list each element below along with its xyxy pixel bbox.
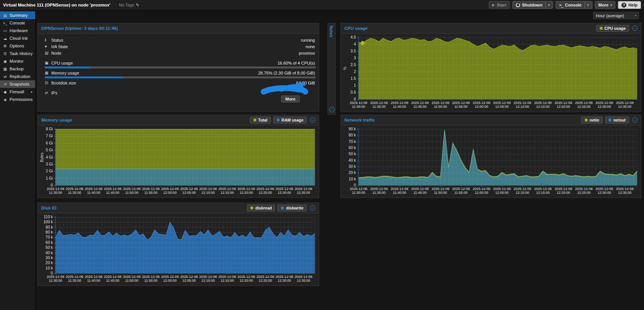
console-dropdown[interactable]: ▾ — [585, 2, 589, 8]
console-button[interactable]: >_ Console ▾ — [556, 1, 592, 9]
svg-text:40 k: 40 k — [46, 251, 53, 255]
svg-text:4: 4 — [354, 42, 356, 46]
sidebar-item-label: Replication — [10, 74, 30, 79]
play-icon: ▶ — [492, 3, 495, 7]
diskio-chart-title: Disk IO — [41, 206, 57, 210]
svg-text:1: 1 — [354, 83, 356, 88]
svg-text:3: 3 — [354, 56, 356, 60]
row-label: Status — [51, 38, 63, 42]
svg-text:70 k: 70 k — [349, 140, 356, 144]
sidebar-item-cloud-init[interactable]: ☁Cloud-Init — [0, 34, 35, 42]
chevron-right-icon: ▸ — [31, 90, 33, 94]
sidebar-item-monitor[interactable]: ◉Monitor — [0, 57, 35, 65]
svg-text:11:55:00: 11:55:00 — [144, 279, 157, 282]
help-button[interactable]: ? Help — [618, 1, 641, 9]
notes-panel-collapsed[interactable]: Notes ‹ — [328, 23, 336, 115]
cpu-usage-progress-bar — [45, 67, 316, 68]
svg-text:11:35:00: 11:35:00 — [68, 279, 81, 282]
sidebar-item-task-history[interactable]: ☰Task History — [0, 50, 35, 57]
svg-text:2025-12-08: 2025-12-08 — [161, 275, 179, 279]
sidebar-item-snapshots[interactable]: ↺Snapshots — [0, 80, 35, 88]
svg-text:11:30:00: 11:30:00 — [352, 105, 365, 109]
sidebar-item-hardware[interactable]: ▭Hardware — [0, 27, 35, 34]
legend-toggle-diskread[interactable]: diskread — [247, 205, 275, 211]
row-value: proxmox — [299, 51, 315, 55]
svg-text:2025-12-08: 2025-12-08 — [616, 101, 634, 105]
legend-toggle-netin[interactable]: netin — [581, 117, 603, 123]
svg-text:12:15:00: 12:15:00 — [536, 191, 549, 195]
svg-text:12:30:00: 12:30:00 — [278, 191, 291, 195]
diskio-chart-header: Disk IOdiskreaddiskwrite− — [38, 203, 319, 213]
sidebar-item-console[interactable]: >_Console — [0, 19, 35, 27]
tags-button[interactable]: No Tags ✎ — [119, 3, 139, 8]
legend-toggle-diskwrite[interactable]: diskwrite — [277, 205, 307, 211]
svg-text:11:40:00: 11:40:00 — [87, 191, 100, 195]
more-status-button[interactable]: More — [281, 96, 300, 102]
legend-toggle-total[interactable]: Total — [250, 117, 271, 123]
svg-text:2025-12-08: 2025-12-08 — [123, 275, 140, 279]
data-point-marker — [361, 41, 364, 45]
edit-tags-pencil-icon[interactable]: ✎ — [136, 3, 139, 8]
svg-text:12:10:00: 12:10:00 — [201, 191, 215, 195]
svg-text:12:15:00: 12:15:00 — [536, 105, 549, 109]
collapse-panel-icon[interactable]: − — [632, 26, 637, 31]
chevron-down-icon: ▾ — [635, 14, 636, 17]
diskio-chart-body: 010 k20 k30 k40 k50 k60 k70 k80 k90 k100… — [38, 213, 319, 285]
svg-text:12:20:00: 12:20:00 — [557, 191, 570, 195]
svg-text:2025-12-08: 2025-12-08 — [514, 101, 531, 105]
legend-dot-icon — [250, 206, 253, 209]
svg-text:2.5: 2.5 — [351, 63, 356, 67]
sidebar-item-summary[interactable]: ▤Summary — [0, 11, 35, 19]
svg-text:11:40:00: 11:40:00 — [393, 105, 406, 109]
sidebar-item-options[interactable]: ⚙Options — [0, 42, 35, 50]
shield-icon: ◆ — [3, 90, 8, 94]
sidebar-item-replication[interactable]: ⇄Replication — [0, 73, 35, 80]
sidebar-item-firewall[interactable]: ◆Firewall▸ — [0, 88, 35, 96]
collapse-panel-icon[interactable]: − — [310, 205, 315, 211]
shutdown-button[interactable]: Shutdown ▾ — [512, 1, 553, 9]
timeframe-value: Hour (average) — [596, 13, 624, 18]
monitor-icon: ▭ — [3, 29, 8, 33]
timeframe-select[interactable]: Hour (average) ▾ — [593, 12, 639, 19]
svg-text:90 k: 90 k — [349, 127, 356, 131]
eye-icon: ◉ — [3, 59, 8, 63]
svg-text:2025-12-08: 2025-12-08 — [123, 187, 140, 191]
sidebar: ▤Summary>_Console▭Hardware☁Cloud-Init⚙Op… — [0, 10, 36, 310]
svg-text:11:55:00: 11:55:00 — [454, 105, 467, 109]
network-chart-body: 010 k20 k30 k40 k50 k60 k70 k80 k90 k202… — [341, 125, 641, 197]
more-button[interactable]: More ▾ — [595, 1, 615, 9]
svg-text:2025-12-08: 2025-12-08 — [276, 187, 293, 191]
collapse-panel-icon[interactable]: − — [632, 117, 637, 123]
start-button[interactable]: ▶ Start — [489, 1, 510, 9]
svg-text:2025-12-08: 2025-12-08 — [534, 101, 552, 105]
legend-toggle-netout[interactable]: netout — [605, 117, 629, 123]
expand-notes-icon[interactable]: ‹ — [329, 107, 334, 112]
svg-text:Bytes: Bytes — [40, 153, 44, 162]
svg-text:2025-12-08: 2025-12-08 — [391, 101, 408, 105]
svg-text:20 k: 20 k — [349, 170, 356, 175]
memory-icon: ▦ — [45, 71, 51, 75]
book-icon: ▤ — [3, 13, 8, 18]
terminal-icon: >_ — [559, 3, 563, 7]
svg-text:11:30:00: 11:30:00 — [49, 279, 62, 282]
cloud-icon: ☁ — [3, 36, 8, 41]
svg-text:11:30:00: 11:30:00 — [352, 191, 365, 195]
legend-toggle-ram-usage[interactable]: RAM usage — [273, 117, 307, 123]
key-icon: ◈ — [3, 97, 8, 102]
legend-label: CPU usage — [605, 26, 626, 31]
sidebar-item-backup[interactable]: ▦Backup — [0, 65, 35, 73]
collapse-panel-icon[interactable]: − — [310, 117, 315, 123]
shutdown-dropdown[interactable]: ▾ — [545, 2, 549, 8]
list-icon: ☰ — [3, 52, 8, 56]
legend-toggle-cpu-usage[interactable]: CPU usage — [596, 25, 629, 32]
memory-chart-header: Memory usageTotalRAM usage− — [38, 115, 319, 125]
floppy-icon: ▦ — [3, 67, 8, 71]
network-chart-panel: Network trafficnetinnetout−010 k20 k30 k… — [341, 115, 641, 198]
row-label: HA State — [51, 44, 68, 49]
terminal-icon: >_ — [3, 21, 8, 25]
progress-fill — [45, 67, 90, 68]
svg-text:12:35:00: 12:35:00 — [618, 191, 631, 195]
sidebar-item-permissions[interactable]: ◈Permissions — [0, 96, 35, 103]
svg-text:11:50:00: 11:50:00 — [434, 191, 447, 195]
status-panel-header: OPNSense (Uptime: 3 days 00:11:46) — [38, 23, 319, 34]
